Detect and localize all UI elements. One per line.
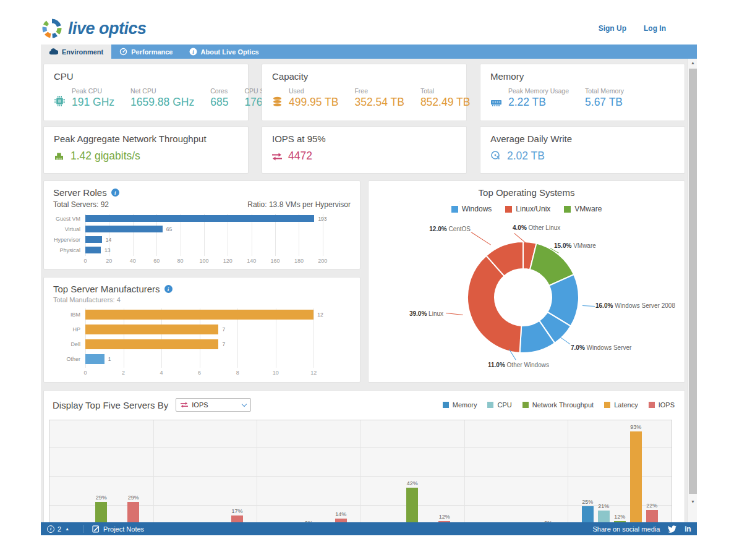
legend-item-iops[interactable]: IOPS <box>649 401 675 409</box>
metric: Peak CPU191 GHz <box>72 87 114 109</box>
twitter-icon[interactable] <box>668 525 676 533</box>
legend-item-network[interactable]: Network Throughput <box>522 401 594 409</box>
notifications[interactable]: i 2 ▲ <box>47 525 69 533</box>
tab-label: Performance <box>131 48 173 56</box>
database-icon <box>272 96 283 107</box>
category-label: Physical <box>53 247 80 253</box>
card-title: Capacity <box>272 71 456 82</box>
metric: Used499.95 TB <box>289 87 338 109</box>
server-group: 25%21%12%93%22% <box>568 420 672 522</box>
project-notes-button[interactable]: Project Notes <box>83 525 144 533</box>
bar <box>85 310 313 320</box>
bar-cell: 6% <box>542 520 554 522</box>
bar <box>598 511 610 522</box>
axis-tick-label: 200 <box>315 258 331 264</box>
donut-label: 15.0% VMware <box>554 242 596 249</box>
top-servers-chart: 4%1%29%2%29%4%1%5%1%17%4%1%6%2%14%0%0%42… <box>49 420 672 522</box>
bar <box>85 354 104 364</box>
value-label: 22% <box>646 503 657 509</box>
bar <box>630 431 642 522</box>
legend-item-cpu[interactable]: CPU <box>487 401 511 409</box>
metric: Total852.49 TB <box>420 87 470 109</box>
server-group: 4%1%29%2%29% <box>49 420 153 522</box>
cpu-chip-icon <box>54 95 66 107</box>
bar-cell: 12% <box>614 514 626 522</box>
transfer-arrows-icon <box>181 402 188 408</box>
legend-swatch <box>649 402 655 408</box>
server-roles-chart: 020406080100120140160180200Guest VM193Vi… <box>53 214 351 266</box>
tab-performance[interactable]: Performance <box>111 45 181 59</box>
chevron-down-icon <box>242 401 247 406</box>
legend-swatch <box>487 402 493 408</box>
share-label: Share on social media <box>592 525 660 533</box>
top-servers-card: Display Top Five Servers By IOPS Memory … <box>43 390 685 522</box>
ram-icon <box>490 99 502 107</box>
sign-up-link[interactable]: Sign Up <box>599 24 626 33</box>
value-label: 42% <box>407 480 418 486</box>
legend-swatch <box>443 402 449 408</box>
gridline <box>313 308 314 368</box>
card-title: CPU <box>54 71 238 82</box>
category-label: Hypervisor <box>53 237 80 243</box>
auth-links: Sign Up Log In <box>599 24 697 33</box>
axis-tick-label: 8 <box>229 370 245 376</box>
top-servers-label: Display Top Five Servers By <box>53 400 168 410</box>
app-header: live optics Sign Up Log In <box>41 12 697 45</box>
caret-up-icon: ▲ <box>65 527 69 531</box>
network-value: 1.42 gigabits/s <box>70 150 140 163</box>
gauge-icon <box>119 48 127 56</box>
donut-label: 4.0% Other Linux <box>513 224 560 231</box>
donut-label: 16.0% Windows Server 2008 <box>595 302 675 309</box>
value-label: 5% <box>512 521 520 522</box>
manufacturers-chart: 024681012IBM12HP7Dell7Other1 <box>53 308 351 378</box>
linkedin-icon[interactable]: in <box>684 525 691 533</box>
info-icon[interactable]: i <box>111 189 119 197</box>
bar-cell: 93% <box>630 424 642 522</box>
metric: Cores685 <box>210 87 228 109</box>
tab-environment[interactable]: Environment <box>41 45 111 59</box>
axis-tick-label: 20 <box>101 258 117 264</box>
value-label: 7 <box>222 341 225 347</box>
axis-tick-label: 10 <box>268 370 284 376</box>
metric: Peak Memory Usage2.22 TB <box>508 87 569 109</box>
metric: Total Memory5.67 TB <box>585 87 624 109</box>
dropdown-value: IOPS <box>192 401 239 409</box>
axis-tick-label: 0 <box>77 258 93 264</box>
bar <box>646 510 658 522</box>
vertical-scrollbar[interactable]: ▲ ▼ <box>688 59 697 522</box>
network-card: Peak Aggregate Network Throughput 1.42 g… <box>43 126 249 174</box>
axis-tick-label: 6 <box>192 370 208 376</box>
share-bar: Share on social media in <box>592 525 691 533</box>
tab-about[interactable]: i About Live Optics <box>181 45 267 59</box>
donut-label: 7.0% Windows Server <box>571 344 631 351</box>
scroll-down-arrow[interactable]: ▼ <box>688 499 697 504</box>
bar <box>85 226 163 232</box>
bar <box>582 506 594 522</box>
bar <box>335 519 347 522</box>
card-title: IOPS at 95% <box>272 134 456 144</box>
sort-by-dropdown[interactable]: IOPS <box>176 398 251 412</box>
info-icon[interactable]: i <box>164 285 173 293</box>
log-in-link[interactable]: Log In <box>644 24 666 33</box>
cpu-card: CPU Peak CPU191 GHz Net CPU1659.88 GHz C… <box>43 64 249 121</box>
app-window: live optics Sign Up Log In Environment P… <box>41 12 697 535</box>
category-label: Other <box>53 356 80 362</box>
legend-item-memory[interactable]: Memory <box>443 401 477 409</box>
cloud-icon <box>49 48 58 55</box>
value-label: 1 <box>108 356 111 362</box>
value-label: 93% <box>630 424 641 430</box>
os-card: Top Operating Systems Windows Linux/Unix… <box>368 180 685 383</box>
scroll-up-arrow[interactable]: ▲ <box>688 61 697 65</box>
value-label: 193 <box>318 216 326 222</box>
legend-item-latency[interactable]: Latency <box>604 401 638 409</box>
axis-tick-label: 12 <box>305 370 322 376</box>
bar-cell: 12% <box>438 514 450 522</box>
bar-cell: 29% <box>95 494 107 522</box>
axis-tick-label: 160 <box>267 258 283 264</box>
category-label: IBM <box>53 312 80 318</box>
info-icon: i <box>47 525 54 533</box>
info-icon: i <box>189 48 197 56</box>
scrollbar-thumb[interactable] <box>689 69 697 494</box>
metric: Free352.54 TB <box>354 87 404 109</box>
bar-cell: 29% <box>127 494 139 522</box>
